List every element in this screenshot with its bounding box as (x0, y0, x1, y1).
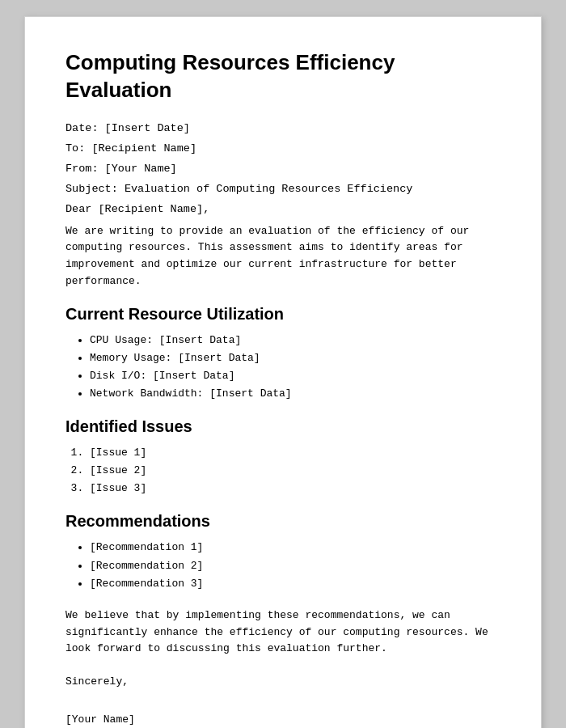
issues-list: [Issue 1] [Issue 2] [Issue 3] (90, 444, 501, 497)
issues-heading: Identified Issues (65, 417, 501, 436)
to-field: To: [Recipient Name] (65, 142, 501, 154)
utilization-heading: Current Resource Utilization (65, 305, 501, 324)
utilization-list: CPU Usage: [Insert Data] Memory Usage: [… (90, 332, 501, 403)
document-container: Computing Resources Efficiency Evaluatio… (24, 16, 542, 728)
greeting-text: Dear [Recipient Name], (65, 203, 501, 215)
list-item: [Issue 3] (90, 480, 501, 497)
recommendations-list: [Recommendation 1] [Recommendation 2] [R… (90, 539, 501, 592)
sign-off-block: Sincerely, [Your Name] [Your Title] (65, 672, 501, 728)
document-title: Computing Resources Efficiency Evaluatio… (65, 49, 501, 104)
list-item: [Recommendation 3] (90, 575, 501, 593)
date-field: Date: [Insert Date] (65, 122, 501, 134)
list-item: Memory Usage: [Insert Data] (90, 349, 501, 367)
sign-off-text: Sincerely, (65, 672, 501, 691)
subject-field: Subject: Evaluation of Computing Resourc… (65, 183, 501, 195)
list-item: Disk I/O: [Insert Data] (90, 367, 501, 385)
list-item: [Issue 1] (90, 444, 501, 462)
list-item: Network Bandwidth: [Insert Data] (90, 385, 501, 403)
list-item: [Recommendation 2] (90, 557, 501, 575)
list-item: [Recommendation 1] (90, 539, 501, 557)
recommendations-heading: Recommendations (65, 512, 501, 531)
signer-name: [Your Name] (65, 710, 501, 728)
from-field: From: [Your Name] (65, 163, 501, 175)
intro-paragraph: We are writing to provide an evaluation … (65, 223, 501, 290)
list-item: CPU Usage: [Insert Data] (90, 332, 501, 349)
closing-paragraph: We believe that by implementing these re… (65, 607, 501, 658)
list-item: [Issue 2] (90, 462, 501, 480)
